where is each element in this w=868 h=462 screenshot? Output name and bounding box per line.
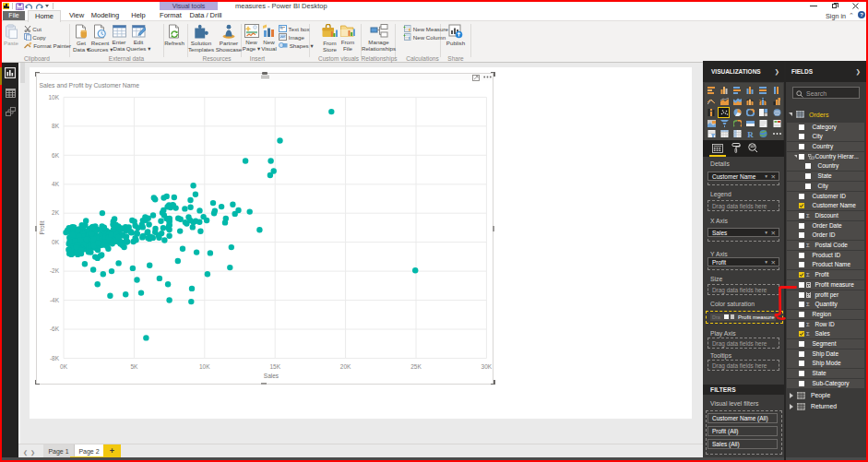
svg-text:10K: 10K [48, 94, 59, 101]
svg-text:R: R [747, 130, 754, 137]
svg-text:-4K: -4K [50, 297, 60, 303]
svg-text:30K: 30K [482, 363, 493, 370]
svg-text:20K: 20K [340, 363, 351, 370]
svg-text:6K: 6K [52, 152, 60, 159]
svg-text:10K: 10K [199, 363, 210, 370]
svg-text:Sales: Sales [264, 373, 279, 379]
svg-text:-2K: -2K [50, 267, 60, 274]
svg-text:4K: 4K [52, 181, 60, 187]
svg-text:Profit: Profit [39, 220, 45, 234]
svg-text:0K: 0K [60, 363, 68, 370]
svg-text:-8K: -8K [50, 355, 60, 361]
svg-text:-6K: -6K [50, 326, 60, 332]
svg-text:8K: 8K [52, 123, 60, 129]
svg-text:25K: 25K [410, 363, 422, 370]
svg-text:5K: 5K [130, 363, 138, 370]
svg-text:15K: 15K [269, 363, 280, 370]
svg-text:2K: 2K [52, 209, 60, 216]
svg-text:0K: 0K [52, 239, 60, 245]
